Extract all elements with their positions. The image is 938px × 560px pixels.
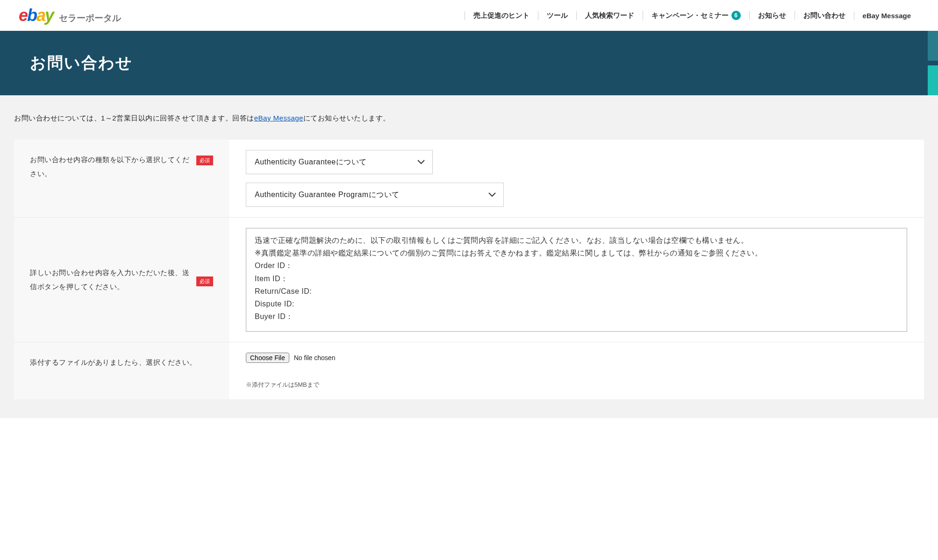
select-value: Authenticity Guarantee Programについて: [255, 190, 400, 200]
chevron-down-icon: [417, 158, 425, 166]
nav-label: eBay Message: [863, 12, 911, 20]
notification-badge: 6: [731, 11, 741, 20]
required-badge: 必須: [196, 276, 213, 286]
nav-campaign-seminar[interactable]: キャンペーン・セミナー 6: [643, 11, 749, 20]
nav-label: キャンペーン・セミナー: [652, 11, 729, 20]
inquiry-type-select[interactable]: Authenticity Guaranteeについて: [246, 150, 433, 174]
required-badge: 必須: [196, 156, 213, 165]
form-label-col: 添付するファイルがありましたら、選択ください。: [14, 342, 229, 399]
page-body: お問い合わせについては、1～2営業日以内に回答させて頂きます。回答はeBay M…: [0, 95, 938, 418]
textarea-content: 迅速で正確な問題解決のために、以下の取引情報もしくはご質問内容を詳細にご記入くだ…: [255, 234, 898, 323]
inquiry-subtype-select[interactable]: Authenticity Guarantee Programについて: [246, 183, 504, 207]
choose-file-button[interactable]: Choose File: [246, 353, 289, 363]
form-label: お問い合わせ内容の種類を以下から選択してください。: [30, 153, 190, 181]
hero-accent: [928, 31, 938, 61]
form-row-attachment: 添付するファイルがありましたら、選択ください。 Choose File No f…: [14, 342, 924, 399]
form-input-col: Choose File No file chosen ※添付ファイルは5MBまで: [229, 342, 924, 399]
chevron-down-icon: [488, 191, 496, 199]
intro-text: お問い合わせについては、1～2営業日以内に回答させて頂きます。回答はeBay M…: [14, 114, 924, 123]
intro-before: お問い合わせについては、1～2営業日以内に回答させて頂きます。回答は: [14, 114, 254, 122]
nav-tools[interactable]: ツール: [538, 11, 576, 20]
header: ebay セラーポータル 売上促進のヒント ツール 人気検索ワード キャンペーン…: [0, 0, 938, 31]
ebay-logo: ebay: [19, 6, 53, 25]
ebay-message-link[interactable]: eBay Message: [254, 114, 303, 122]
file-status: No file chosen: [294, 354, 336, 362]
nav-news[interactable]: お知らせ: [749, 11, 795, 20]
nav-contact[interactable]: お問い合わせ: [795, 11, 854, 20]
nav-popular-keywords[interactable]: 人気検索ワード: [576, 11, 643, 20]
intro-after: にてお知らせいたします。: [303, 114, 390, 122]
nav-label: お知らせ: [758, 11, 786, 20]
form-input-col: 迅速で正確な問題解決のために、以下の取引情報もしくはご質問内容を詳細にご記入くだ…: [229, 218, 924, 342]
form-label-col: お問い合わせ内容の種類を以下から選択してください。 必須: [14, 140, 229, 217]
form-label-col: 詳しいお問い合わせ内容を入力いただいた後、送信ボタンを押してください。 必須: [14, 218, 229, 342]
hero-accent: [928, 65, 938, 95]
form-row-type: お問い合わせ内容の種類を以下から選択してください。 必須 Authenticit…: [14, 140, 924, 217]
nav-label: お問い合わせ: [803, 11, 845, 20]
logo[interactable]: ebay セラーポータル: [19, 6, 121, 25]
nav-ebay-message[interactable]: eBay Message: [854, 12, 919, 20]
page-title: お問い合わせ: [30, 52, 908, 74]
nav-label: 人気検索ワード: [585, 11, 634, 20]
form-input-col: Authenticity Guaranteeについて Authenticity …: [229, 140, 924, 217]
form-label: 添付するファイルがありましたら、選択ください。: [30, 355, 197, 369]
main-nav: 売上促進のヒント ツール 人気検索ワード キャンペーン・セミナー 6 お知らせ …: [465, 11, 919, 20]
page-hero: お問い合わせ: [0, 31, 938, 95]
form-row-detail: 詳しいお問い合わせ内容を入力いただいた後、送信ボタンを押してください。 必須 迅…: [14, 217, 924, 342]
form-label: 詳しいお問い合わせ内容を入力いただいた後、送信ボタンを押してください。: [30, 266, 190, 294]
nav-sales-tips[interactable]: 売上促進のヒント: [465, 11, 538, 20]
select-value: Authenticity Guaranteeについて: [255, 157, 367, 167]
file-input-row: Choose File No file chosen: [246, 353, 907, 363]
logo-subtitle: セラーポータル: [59, 12, 121, 24]
file-note: ※添付ファイルは5MBまで: [246, 381, 907, 389]
nav-label: ツール: [547, 11, 568, 20]
nav-label: 売上促進のヒント: [473, 11, 530, 20]
inquiry-detail-textarea[interactable]: 迅速で正確な問題解決のために、以下の取引情報もしくはご質問内容を詳細にご記入くだ…: [246, 228, 907, 332]
